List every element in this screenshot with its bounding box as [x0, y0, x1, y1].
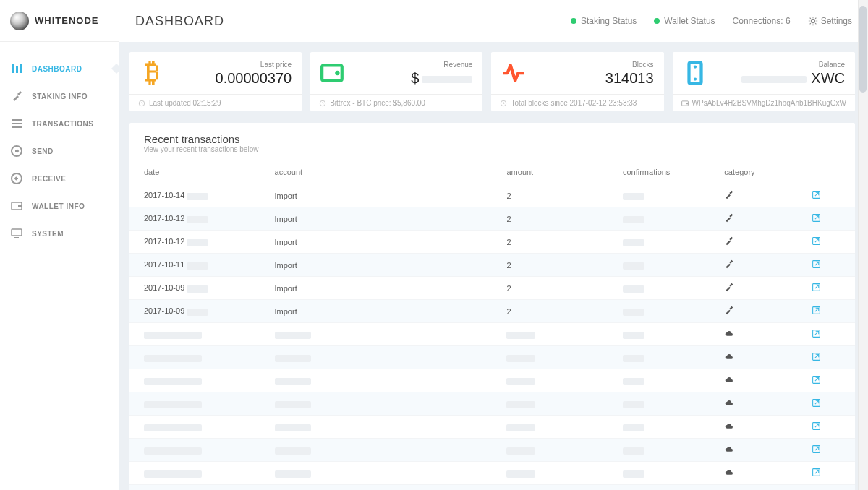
sidebar-item-send[interactable]: SEND [0, 137, 119, 165]
cell-date: 2017-10-09 [129, 300, 260, 323]
cell-account: Import [260, 254, 493, 277]
hammer-icon [724, 262, 733, 270]
sidebar-item-wallet-info[interactable]: WALLET INFO [0, 192, 119, 220]
sidebar-item-receive[interactable]: RECEIVE [0, 165, 119, 192]
open-external-button[interactable] [812, 470, 821, 478]
cell-date [129, 369, 260, 392]
cell-account [260, 323, 493, 346]
cell-amount [492, 346, 608, 369]
cell-action [797, 346, 855, 369]
sidebar-item-system[interactable]: SYSTEM [0, 220, 119, 247]
cell-amount: 2 [492, 231, 608, 254]
sidebar-item-transactions[interactable]: TRANSACTIONS [0, 110, 119, 137]
card-footer: Bittrex - BTC price: $5,860.00 [310, 94, 482, 111]
open-external-button[interactable] [812, 308, 821, 317]
page-title: DASHBOARD [135, 14, 224, 29]
summary-cards: Last price 0.00000370 Last updated 02:15… [129, 52, 855, 111]
hammer-icon [724, 215, 733, 224]
clock-icon [138, 100, 145, 107]
cell-account: Import [260, 300, 493, 323]
cell-action [797, 369, 855, 392]
sidebar-item-dashboard[interactable]: DASHBOARD [0, 55, 119, 82]
card-value: XWC [715, 70, 845, 87]
cell-action [797, 254, 855, 277]
hammer-icon [724, 308, 733, 317]
open-external-button[interactable] [812, 447, 821, 455]
staking-status-label: Staking Status [581, 16, 637, 26]
list-icon [10, 117, 23, 130]
open-external-button[interactable] [812, 285, 821, 293]
settings-label: Settings [821, 16, 852, 26]
card-footer: Total blocks since 2017-02-12 23:53:33 [491, 94, 663, 111]
card-label: Last price [171, 61, 292, 69]
open-external-button[interactable] [812, 238, 821, 247]
open-external-button[interactable] [812, 377, 821, 386]
table-row [129, 392, 855, 416]
cell-amount [492, 369, 608, 392]
settings-button[interactable]: Settings [808, 16, 852, 26]
table-row: 2017-10-12 Import2 [129, 231, 855, 254]
cell-confirmations [608, 254, 710, 277]
cell-account [260, 346, 493, 369]
status-area: Staking Status Wallet Status Connections… [571, 16, 852, 26]
card-value: $ [352, 70, 472, 87]
cell-date: 2017-10-14 [129, 184, 260, 207]
clock-icon [319, 100, 326, 107]
cell-confirmations [608, 323, 710, 346]
table-row [129, 323, 855, 346]
card-footer-text: Bittrex - BTC price: $5,860.00 [330, 99, 425, 107]
cell-amount [492, 416, 608, 439]
card-value: 0.00000370 [171, 70, 292, 87]
sidebar: WHITENODE DASHBOARDSTAKING INFOTRANSACTI… [0, 0, 119, 490]
cell-date: 2017-10-09 [129, 277, 260, 300]
hammer-icon [724, 238, 733, 247]
open-external-button[interactable] [812, 424, 821, 432]
gear-icon [808, 16, 818, 26]
cell-action [797, 300, 855, 323]
cell-account [260, 485, 493, 491]
table-row [129, 439, 855, 462]
card-footer-text: Total blocks since 2017-02-12 23:53:33 [511, 99, 637, 107]
open-external-button[interactable] [812, 215, 821, 224]
open-external-button[interactable] [812, 331, 821, 340]
nav-label: DASHBOARD [32, 65, 82, 73]
cell-account [260, 392, 493, 416]
open-external-button[interactable] [812, 400, 821, 409]
bitcoin-icon [140, 61, 164, 85]
table-row [129, 416, 855, 439]
card-label: Balance [715, 61, 845, 69]
table-row: 2017-10-09 Import2 [129, 300, 855, 323]
cell-date [129, 392, 260, 416]
nav-label: TRANSACTIONS [32, 120, 93, 128]
nav-label: WALLET INFO [32, 202, 85, 210]
open-external-button[interactable] [812, 262, 821, 270]
scrollbar-thumb[interactable] [859, 6, 867, 93]
cell-action [797, 485, 855, 491]
cell-category [710, 231, 796, 254]
cell-confirmations [608, 231, 710, 254]
nav-label: RECEIVE [32, 175, 66, 183]
cell-account: Import [260, 207, 493, 231]
cell-account [260, 462, 493, 485]
card-blocks: Blocks 314013 Total blocks since 2017-02… [491, 52, 663, 111]
table-row: 2017-10-09 Import2 [129, 277, 855, 300]
cell-action [797, 323, 855, 346]
sidebar-item-staking-info[interactable]: STAKING INFO [0, 82, 119, 110]
cloud-icon [724, 354, 733, 363]
scrollbar-track[interactable] [858, 0, 868, 490]
card-value: 314013 [533, 70, 653, 87]
cell-amount: 2 [492, 277, 608, 300]
clock-icon [500, 100, 507, 107]
open-external-button[interactable] [812, 354, 821, 363]
open-external-button[interactable] [812, 192, 821, 201]
nav-label: STAKING INFO [32, 93, 88, 100]
card-footer: WPsAbLv4H2BSVMhgDz1hbqAhb1BHKugGxW [673, 94, 855, 111]
hammer-icon [724, 192, 733, 201]
table-row: 2017-10-11 Import2 [129, 254, 855, 277]
cell-date [129, 462, 260, 485]
brand: WHITENODE [0, 0, 119, 42]
topbar: DASHBOARD Staking Status Wallet Status C… [119, 0, 868, 42]
arrow-in-icon [10, 172, 23, 185]
card-last-price: Last price 0.00000370 Last updated 02:15… [129, 52, 302, 111]
cell-action [797, 277, 855, 300]
